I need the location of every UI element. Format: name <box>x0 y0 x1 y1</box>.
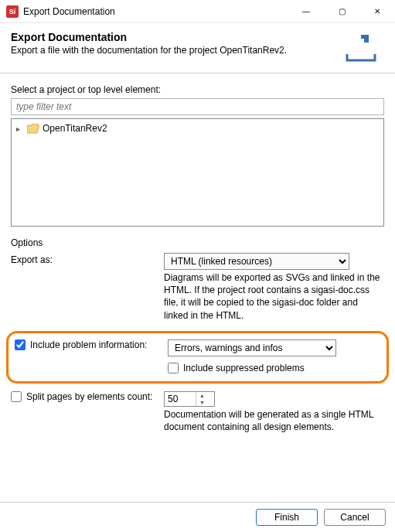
window-title: Export Documentation <box>23 6 288 17</box>
app-icon: Si <box>6 5 19 18</box>
export-as-label: Export as: <box>11 253 158 265</box>
export-as-hint: Diagrams will be exported as SVGs and li… <box>164 271 384 322</box>
include-suppressed-label: Include suppressed problems <box>183 363 305 373</box>
close-button[interactable]: ✕ <box>359 0 395 22</box>
highlight-frame: Include problem information: Errors, war… <box>6 331 389 384</box>
project-tree[interactable]: ▸ OpenTitanRev2 <box>11 118 384 227</box>
include-problem-label: Include problem information: <box>30 339 147 350</box>
export-icon <box>344 31 378 62</box>
window-controls: — ▢ ✕ <box>288 0 395 22</box>
folder-open-icon <box>27 124 39 134</box>
maximize-button[interactable]: ▢ <box>324 0 359 22</box>
problem-level-select[interactable]: Errors, warnings and infos <box>168 339 336 356</box>
project-picker-label: Select a project or top level element: <box>11 84 384 95</box>
close-icon: ✕ <box>374 7 380 15</box>
spinner-down-icon[interactable]: ▼ <box>196 399 208 406</box>
cancel-button[interactable]: Cancel <box>324 509 386 526</box>
dialog-footer: Finish Cancel <box>0 502 395 532</box>
split-pages-label: Split pages by elements count: <box>26 391 152 402</box>
tree-item[interactable]: ▸ OpenTitanRev2 <box>15 122 380 135</box>
split-pages-hint: Documentation will be generated as a sin… <box>164 408 384 433</box>
spinner-up-icon[interactable]: ▲ <box>196 392 208 399</box>
page-title: Export Documentation <box>11 31 344 43</box>
include-problem-checkbox[interactable] <box>15 339 26 350</box>
dialog-header: Export Documentation Export a file with … <box>0 23 395 73</box>
tree-item-label: OpenTitanRev2 <box>43 123 107 134</box>
titlebar: Si Export Documentation — ▢ ✕ <box>0 0 395 23</box>
split-pages-spinner[interactable]: ▲ ▼ <box>164 391 215 407</box>
page-subtitle: Export a file with the documentation for… <box>11 45 344 56</box>
chevron-right-icon: ▸ <box>16 124 24 133</box>
include-suppressed-checkbox[interactable] <box>168 363 179 373</box>
maximize-icon: ▢ <box>339 7 346 15</box>
export-as-select[interactable]: HTML (linked resources) <box>164 253 349 270</box>
finish-button[interactable]: Finish <box>256 509 318 526</box>
split-pages-checkbox[interactable] <box>11 391 22 402</box>
options-label: Options <box>11 237 384 248</box>
svg-marker-1 <box>355 35 369 48</box>
minimize-button[interactable]: — <box>288 0 324 22</box>
minimize-icon: — <box>302 7 310 15</box>
filter-input[interactable] <box>11 98 384 115</box>
split-pages-value[interactable] <box>165 393 196 405</box>
